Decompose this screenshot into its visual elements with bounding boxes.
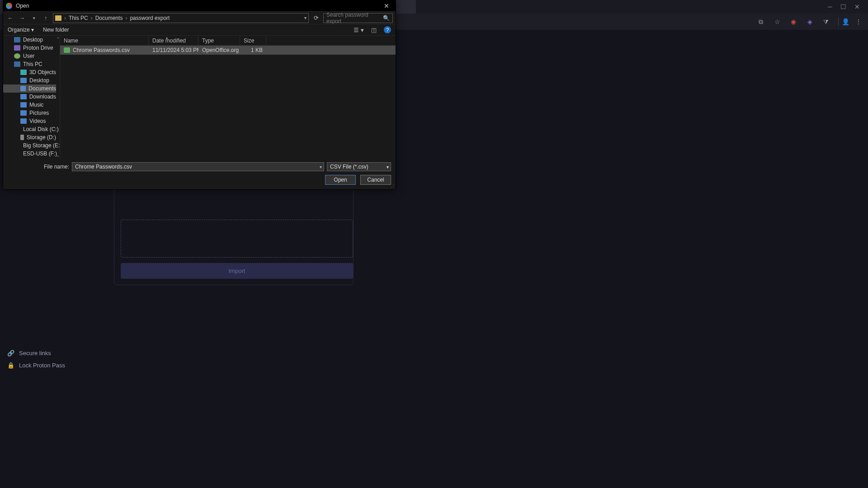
monitor-icon (14, 37, 20, 42)
nav-back-button[interactable]: ← (6, 14, 15, 23)
breadcrumb-sep: › (64, 15, 66, 21)
breadcrumb-pc[interactable]: This PC (69, 15, 88, 21)
dialog-toolbar: Organize ▾ New folder ☰ ▾ ◫ ? (3, 24, 396, 36)
file-size: 1 KB (240, 47, 266, 53)
help-button[interactable]: ? (384, 26, 391, 33)
dialog-footer: File name: Chrome Passwords.csv ▾ CSV Fi… (3, 159, 396, 189)
user-icon (14, 53, 20, 59)
lock-proton-link[interactable]: 🔒 Lock Proton Pass (7, 359, 101, 371)
cyan-icon (20, 70, 27, 75)
file-type-select[interactable]: CSV File (*.csv) ▾ (327, 162, 391, 171)
column-modified[interactable]: Date modified (149, 36, 198, 45)
folder-icon (55, 15, 61, 21)
install-icon[interactable]: ⧉ (757, 18, 765, 26)
tree-item[interactable]: ESD-USB (F:) (3, 150, 56, 158)
tree-item-label: Pictures (29, 110, 49, 116)
tree-item-label: ESD-USB (F:) (23, 150, 57, 157)
tree-item-label: Documents (28, 85, 56, 92)
breadcrumb-folder[interactable]: password export (130, 15, 170, 21)
column-type[interactable]: Type (198, 36, 240, 45)
nav-recent-dropdown[interactable]: ▾ (29, 14, 38, 23)
tree-item-label: This PC (23, 61, 42, 67)
window-close-icon[interactable]: ✕ (854, 3, 860, 10)
folder-b-icon (20, 102, 27, 108)
tree-item[interactable]: This PC (3, 60, 56, 68)
tree-item[interactable]: Documents (3, 84, 56, 93)
nav-up-button[interactable]: ↑ (41, 14, 50, 23)
tree-item[interactable]: Desktop (3, 36, 56, 44)
open-button[interactable]: Open (325, 175, 356, 185)
breadcrumb-documents[interactable]: Documents (95, 15, 123, 21)
import-panel: Import (121, 220, 353, 279)
lock-icon: 🔒 (7, 362, 14, 369)
tree-item-label: 3D Objects (29, 69, 56, 75)
window-controls: ─ ☐ ✕ (820, 0, 868, 14)
tree-item-label: Proton Drive (23, 45, 53, 51)
tree-item[interactable]: Music (3, 101, 56, 109)
tree-item-label: User (23, 53, 34, 59)
view-options-button[interactable]: ☰ ▾ (354, 27, 364, 33)
tree-scroll-indicator[interactable]: ⌃⌄ (56, 36, 60, 159)
chrome-logo-icon (6, 3, 12, 9)
file-type: OpenOffice.org 1.... (198, 47, 240, 53)
tree-item[interactable]: Proton Drive (3, 44, 56, 52)
secure-links-label: Secure links (19, 350, 51, 357)
file-name-value: Chrome Passwords.csv (75, 164, 132, 170)
dialog-titlebar[interactable]: Open ✕ (3, 0, 396, 11)
resize-grip-icon[interactable]: ⋰ (390, 183, 395, 188)
secure-links-link[interactable]: 🔗 Secure links (7, 347, 101, 359)
organize-menu[interactable]: Organize ▾ (8, 27, 34, 33)
breadcrumb-sep: › (91, 15, 93, 21)
nav-tree[interactable]: DesktopProton DriveUserThis PC3D Objects… (3, 36, 60, 159)
extensions-icon[interactable]: ⧩ (822, 18, 830, 26)
browser-menu-icon[interactable]: ⋮ (854, 18, 863, 26)
preview-pane-button[interactable]: ◫ (371, 27, 377, 33)
breadcrumb-sep: › (125, 15, 127, 21)
ublock-icon[interactable]: ◉ (789, 18, 797, 26)
file-name-input[interactable]: Chrome Passwords.csv ▾ (72, 162, 324, 171)
nav-forward-button[interactable]: → (18, 14, 27, 23)
refresh-button[interactable]: ⟳ (311, 14, 321, 21)
cancel-button[interactable]: Cancel (360, 175, 391, 185)
tree-item[interactable]: User (3, 52, 56, 60)
new-folder-button[interactable]: New folder (43, 27, 69, 33)
tree-item[interactable]: Storage (D:) (3, 133, 56, 141)
tree-item[interactable]: 3D Objects (3, 68, 56, 76)
tree-item-label: Desktop (29, 77, 49, 84)
tree-item[interactable]: Pictures (3, 109, 56, 117)
tree-item-label: Videos (29, 118, 46, 124)
search-placeholder: Search password export (326, 12, 383, 24)
column-name[interactable]: Name (60, 36, 149, 45)
import-button[interactable]: Import (121, 263, 353, 279)
bookmark-star-icon[interactable]: ☆ (773, 18, 781, 26)
tree-item[interactable]: Videos (3, 117, 56, 125)
address-bar[interactable]: › This PC › Documents › password export … (53, 13, 309, 23)
tree-item[interactable]: Desktop (3, 76, 56, 84)
dialog-title: Open (16, 3, 29, 9)
link-icon: 🔗 (7, 350, 14, 357)
search-box[interactable]: Search password export 🔍 (323, 13, 393, 23)
window-maximize-icon[interactable]: ☐ (840, 3, 846, 10)
dialog-close-button[interactable]: ✕ (380, 2, 393, 9)
window-minimize-icon[interactable]: ─ (828, 3, 832, 10)
file-drop-zone[interactable] (121, 220, 353, 258)
purple-icon (14, 45, 20, 51)
file-type-value: CSV File (*.csv) (330, 164, 368, 170)
address-dropdown-icon[interactable]: ▾ (304, 15, 307, 20)
tree-item[interactable]: Local Disk (C:) (3, 125, 56, 133)
file-name-label: File name: (8, 164, 69, 170)
file-row[interactable]: Chrome Passwords.csv 11/11/2024 5:03 PM … (60, 46, 396, 55)
tree-item[interactable]: Downloads (3, 93, 56, 101)
file-list[interactable]: ▴ Name Date modified Type Size Chrome Pa… (60, 36, 396, 159)
tree-item-label: Local Disk (C:) (23, 126, 59, 132)
folder-b-icon (20, 110, 27, 116)
profile-icon[interactable]: 👤 (838, 18, 846, 26)
folder-b-icon (20, 94, 27, 99)
doc-icon (20, 86, 26, 91)
tree-item-label: Desktop (23, 37, 43, 43)
file-name-dropdown-icon[interactable]: ▾ (320, 164, 322, 169)
tree-item[interactable]: Big Storage (E:) (3, 141, 56, 150)
file-type-dropdown-icon[interactable]: ▾ (387, 164, 389, 169)
column-size[interactable]: Size (240, 36, 266, 45)
proton-ext-icon[interactable]: ◈ (806, 18, 814, 26)
